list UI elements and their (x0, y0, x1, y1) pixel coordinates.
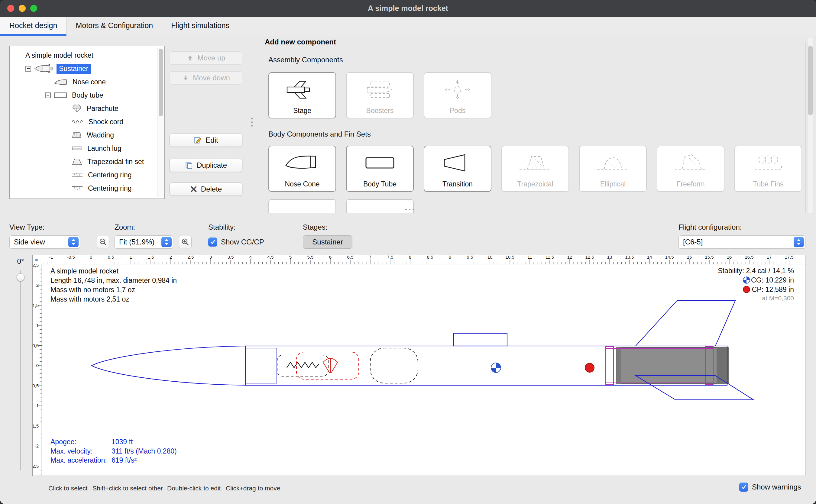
svg-text:5: 5 (289, 255, 292, 260)
checkmark-icon (210, 239, 216, 245)
launch-lug-icon (72, 145, 83, 152)
show-warnings-checkbox[interactable] (739, 483, 748, 492)
clipped-card[interactable] (346, 199, 414, 213)
svg-text:3,5: 3,5 (228, 255, 234, 260)
cg-marker[interactable] (491, 363, 501, 373)
centering-ring-icon (72, 185, 83, 192)
tree-item-nose-cone[interactable]: Nose cone (10, 75, 164, 89)
tree-scrollbar[interactable] (157, 47, 164, 197)
card-label: Trapezoidal (517, 180, 553, 191)
svg-text:2: 2 (170, 255, 172, 260)
zoom-in-button[interactable] (179, 236, 192, 248)
duplicate-button[interactable]: Duplicate (170, 159, 242, 172)
clipped-card[interactable] (268, 199, 336, 213)
tree-scrollbar-thumb[interactable] (159, 49, 163, 116)
move-down-button[interactable]: Move down (170, 71, 242, 85)
tab-rocket-design[interactable]: Rocket design (0, 17, 66, 36)
show-cgcp-checkbox[interactable] (208, 237, 217, 247)
panel-scrollbar-thumb[interactable] (808, 46, 813, 115)
show-cgcp-label: Show CG/CP (221, 238, 264, 246)
card-label: Freeform (676, 180, 704, 191)
view-type-select[interactable]: Side view (9, 235, 80, 249)
svg-text:7,5: 7,5 (387, 255, 393, 260)
delete-button[interactable]: Delete (170, 183, 242, 196)
card-label: Nose Cone (285, 180, 319, 191)
show-cgcp-checkbox-row: Show CG/CP (208, 237, 264, 247)
tree-item-centering-ring[interactable]: Centering ring (10, 182, 164, 195)
close-button[interactable] (7, 5, 14, 12)
cp-marker[interactable] (585, 363, 594, 372)
nose-cone-icon (54, 78, 68, 86)
panel-scrollbar[interactable] (808, 37, 813, 213)
body-cards-row: Nose ConeBody TubeTransitionTrapezoidalE… (268, 146, 802, 192)
tree-item-parachute[interactable]: Parachute (10, 102, 164, 115)
assembly-components-label: Assembly Components (268, 56, 343, 64)
assembly-cards-row: StageBoostersPods (268, 72, 491, 118)
tree-item-trapezoidal-fin-set[interactable]: Trapezoidal fin set (10, 155, 164, 168)
rotation-slider[interactable] (20, 270, 21, 470)
duplicate-icon (185, 161, 193, 170)
svg-text:12: 12 (567, 255, 572, 260)
card-label: Tube Fins (753, 180, 783, 191)
tab-flight-simulations[interactable]: Flight simulations (162, 17, 238, 36)
tree-item-label: Parachute (85, 104, 120, 114)
card-label: Boosters (366, 107, 394, 118)
collapse-icon[interactable] (25, 66, 31, 72)
svg-text:7: 7 (369, 255, 371, 260)
tree-item-wadding[interactable]: Wadding (10, 128, 164, 142)
arrow-down-icon (182, 74, 189, 82)
elliptical-icon (580, 146, 646, 180)
svg-text:15,5: 15,5 (705, 255, 714, 260)
delete-x-icon (190, 186, 197, 193)
svg-text:4,5: 4,5 (267, 255, 274, 260)
flight-configuration-select[interactable]: [C6-5] (678, 235, 805, 249)
tree-item-a-simple-model-rocket[interactable]: A simple model rocket (10, 49, 164, 62)
splitter-handle-horizontal[interactable] (405, 209, 414, 210)
parachute-icon (72, 105, 82, 113)
stages-label: Stages: (303, 223, 327, 231)
splitter-handle-vertical[interactable] (251, 118, 253, 127)
tree-item-label: Nose cone (71, 77, 108, 87)
edit-button[interactable]: Edit (170, 134, 242, 147)
ruler-unit-label: in (35, 257, 38, 262)
chevron-updown-icon (68, 237, 79, 247)
add-stage-card[interactable]: Stage (268, 72, 336, 118)
card-label: Transition (442, 180, 473, 191)
stage-icon (269, 73, 335, 107)
minimize-button[interactable] (19, 5, 26, 12)
zoom-out-icon (99, 237, 108, 247)
add-body-tube-card[interactable]: Body Tube (346, 146, 414, 192)
rocket-icon (34, 64, 53, 73)
tree-item-sustainer[interactable]: Sustainer (10, 62, 164, 75)
tree-item-launch-lug[interactable]: Launch lug (10, 142, 164, 155)
rocket-length-text: Length 16,748 in, max. diameter 0,984 in (50, 276, 177, 284)
zoom-select[interactable]: Fit (51,9%) (115, 235, 173, 249)
zoom-in-icon (181, 237, 190, 247)
tree-item-body-tube[interactable]: Body tube (10, 89, 164, 102)
tree-item-centering-ring[interactable]: Centering ring (10, 168, 164, 182)
zoom-out-button[interactable] (97, 236, 109, 248)
tree-item-shock-cord[interactable]: Shock cord (10, 115, 164, 128)
component-tree-panel: A simple model rocketSustainerNose coneB… (9, 46, 165, 199)
move-up-button[interactable]: Move up (170, 51, 242, 65)
card-label: Pods (450, 107, 465, 118)
tab-motors-configuration[interactable]: Motors & Configuration (66, 17, 162, 36)
svg-text:-0,5: -0,5 (32, 383, 39, 388)
stage-sustainer-toggle[interactable]: Sustainer (303, 235, 352, 249)
collapse-icon[interactable] (45, 92, 51, 98)
motor-shape[interactable] (617, 347, 728, 384)
svg-text:11,5: 11,5 (546, 255, 554, 260)
add-trapezoidal-card: Trapezoidal (501, 146, 569, 192)
view-type-label: View Type: (9, 223, 45, 231)
add-nose-cone-card[interactable]: Nose Cone (268, 146, 336, 192)
body-components-label: Body Components and Fin Sets (268, 130, 371, 138)
svg-text:11: 11 (527, 255, 532, 260)
acceleration-label: Max. acceleration: (50, 456, 107, 464)
svg-text:4: 4 (249, 255, 252, 260)
add-transition-card[interactable]: Transition (424, 146, 491, 192)
body-tube-icon (54, 91, 67, 99)
fullscreen-button[interactable] (30, 5, 37, 12)
rotation-slider-knob[interactable] (17, 273, 24, 281)
arrow-up-icon (186, 54, 194, 62)
rocket-canvas[interactable]: in -1-0,500,511,522,533,544,555,566,577,… (32, 255, 805, 476)
